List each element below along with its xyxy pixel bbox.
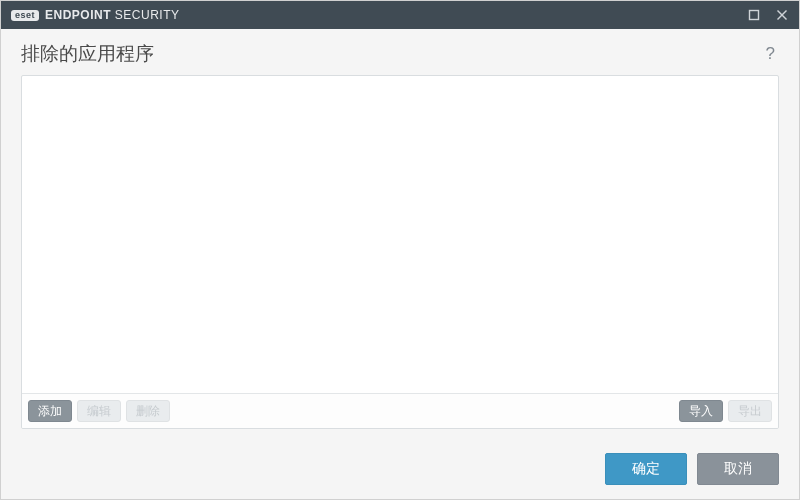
titlebar: eset ENDPOINT SECURITY	[1, 1, 799, 29]
export-button: 导出	[728, 400, 772, 422]
add-button[interactable]: 添加	[28, 400, 72, 422]
brand-text: ENDPOINT SECURITY	[45, 8, 180, 22]
delete-button: 删除	[126, 400, 170, 422]
excluded-apps-panel: 添加 编辑 删除 导入 导出	[21, 75, 779, 429]
cancel-button[interactable]: 取消	[697, 453, 779, 485]
brand-badge: eset	[11, 10, 39, 21]
excluded-apps-list[interactable]	[22, 76, 778, 393]
help-icon[interactable]: ?	[762, 42, 779, 66]
svg-rect-0	[750, 11, 759, 20]
brand: eset ENDPOINT SECURITY	[11, 8, 180, 22]
import-button[interactable]: 导入	[679, 400, 723, 422]
header: 排除的应用程序 ?	[1, 29, 799, 75]
edit-button: 编辑	[77, 400, 121, 422]
window-controls	[747, 8, 789, 22]
list-toolbar: 添加 编辑 删除 导入 导出	[22, 393, 778, 428]
footer: 确定 取消	[1, 441, 799, 499]
close-icon[interactable]	[775, 8, 789, 22]
app-window: eset ENDPOINT SECURITY 排除的应用程序 ? 添加 编辑 删…	[0, 0, 800, 500]
page-title: 排除的应用程序	[21, 41, 762, 67]
ok-button[interactable]: 确定	[605, 453, 687, 485]
maximize-icon[interactable]	[747, 8, 761, 22]
content: 添加 编辑 删除 导入 导出	[1, 75, 799, 441]
